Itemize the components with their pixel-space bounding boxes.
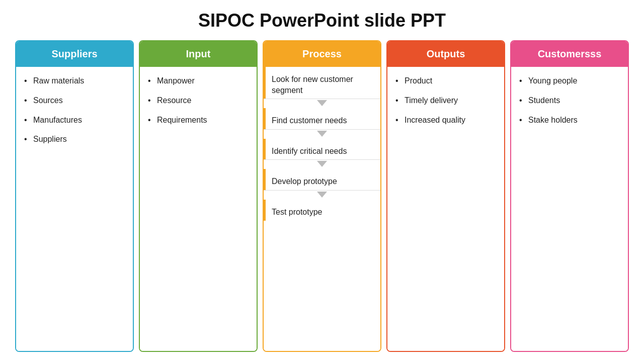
list-item: Resource: [148, 96, 249, 106]
input-list: Manpower Resource Requirements: [148, 76, 249, 125]
arrow-down-2: [264, 130, 380, 139]
outputs-header: Outputs: [387, 41, 504, 67]
suppliers-body: Raw materials Sources Manufactures Suppl…: [16, 67, 133, 351]
process-body: Look for new customer segment Find custo…: [264, 67, 380, 351]
list-item: Sources: [24, 96, 125, 106]
column-process: Process Look for new customer segment Fi…: [263, 40, 381, 352]
outputs-body: Product Timely delivery Increased qualit…: [387, 67, 504, 351]
list-item: Students: [519, 96, 620, 106]
list-item: Increased quality: [395, 115, 496, 126]
input-body: Manpower Resource Requirements: [140, 67, 257, 351]
customers-body: Young people Students Stake holders: [511, 67, 628, 351]
input-header: Input: [140, 41, 257, 67]
page-title: SIPOC PowerPoint slide PPT: [198, 10, 446, 31]
suppliers-header: Suppliers: [16, 41, 133, 67]
list-item: Product: [395, 76, 496, 86]
customers-header: Customersss: [511, 41, 628, 67]
list-item: Manpower: [148, 76, 249, 86]
list-item: Requirements: [148, 115, 249, 126]
list-item: Stake holders: [519, 115, 620, 126]
list-item: Young people: [519, 76, 620, 86]
arrow-down-1: [264, 99, 380, 108]
process-header: Process: [264, 41, 380, 67]
column-outputs: Outputs Product Timely delivery Increase…: [386, 40, 505, 352]
customers-list: Young people Students Stake holders: [519, 76, 620, 125]
column-customers: Customersss Young people Students Stake …: [510, 40, 629, 352]
column-input: Input Manpower Resource Requirements: [139, 40, 258, 352]
process-step-3: Identify critical needs: [264, 139, 380, 160]
arrow-down-3: [264, 160, 380, 169]
process-step-1: Look for new customer segment: [264, 67, 380, 99]
process-step-5: Test prototype: [264, 200, 380, 221]
suppliers-list: Raw materials Sources Manufactures Suppl…: [24, 76, 125, 145]
list-item: Suppliers: [24, 134, 125, 145]
arrow-down-4: [264, 191, 380, 200]
process-step-4: Develop prototype: [264, 169, 380, 191]
process-step-2: Find customer needs: [264, 108, 380, 130]
sipoc-table: Suppliers Raw materials Sources Manufact…: [15, 40, 629, 352]
list-item: Raw materials: [24, 76, 125, 86]
outputs-list: Product Timely delivery Increased qualit…: [395, 76, 496, 125]
column-suppliers: Suppliers Raw materials Sources Manufact…: [15, 40, 134, 352]
list-item: Manufactures: [24, 115, 125, 126]
list-item: Timely delivery: [395, 96, 496, 106]
